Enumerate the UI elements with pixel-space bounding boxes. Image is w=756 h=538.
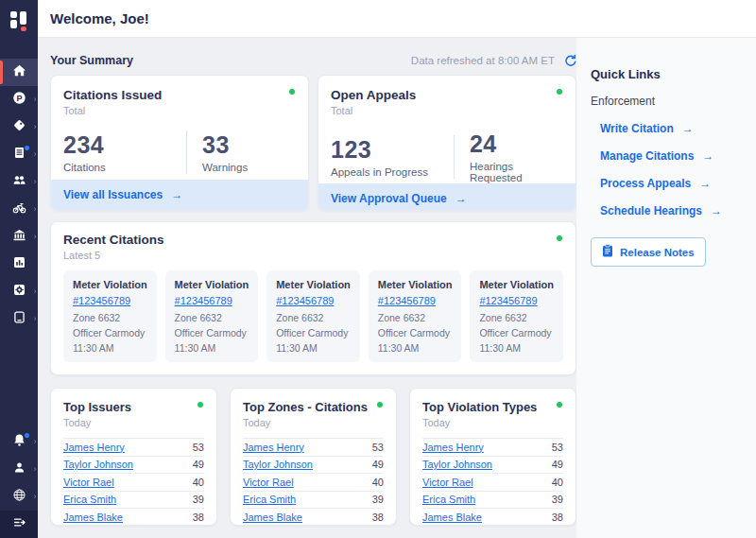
person-link[interactable]: James Blake xyxy=(63,512,123,523)
citation-number-link[interactable]: #123456789 xyxy=(378,295,436,306)
person-link[interactable]: Erica Smith xyxy=(422,494,475,505)
arrow-right-icon xyxy=(682,122,694,135)
person-link[interactable]: James Henry xyxy=(63,442,125,453)
list-item: Victor Rael40 xyxy=(63,473,204,491)
citation-number-link[interactable]: #123456789 xyxy=(276,295,334,306)
parking-icon: P xyxy=(12,91,26,109)
person-link[interactable]: Victor Rael xyxy=(63,477,114,488)
section-title: Your Summary xyxy=(50,54,133,67)
page-header: Welcome, Joe! xyxy=(38,0,756,38)
count: 40 xyxy=(552,477,563,488)
app-window: P xyxy=(0,0,756,538)
person-link[interactable]: James Blake xyxy=(243,512,302,523)
count: 39 xyxy=(193,494,204,505)
content-area: Your Summary Data refreshed at 8:00 AM E… xyxy=(38,38,756,538)
citation-number-link[interactable]: #123456789 xyxy=(175,295,232,306)
citation-officer: Officer Carmody xyxy=(73,327,147,338)
citation-item: Meter Violation #123456789 Zone 6632 Off… xyxy=(63,270,157,362)
collapse-menu-icon xyxy=(12,515,26,533)
sidebar-item-permits[interactable] xyxy=(0,113,38,141)
citation-time: 11:30 AM xyxy=(73,342,147,354)
citation-item: Meter Violation #123456789 Zone 6632 Off… xyxy=(369,270,462,362)
person-link[interactable]: James Blake xyxy=(422,512,482,523)
chevron-right-icon xyxy=(34,123,37,131)
list-item: James Blake38 xyxy=(63,508,204,526)
list-item: James Henry53 xyxy=(422,438,563,456)
arrow-right-icon xyxy=(455,192,467,205)
gear-icon xyxy=(12,283,26,301)
citation-officer: Officer Carmody xyxy=(378,327,453,338)
sidebar-item-citations[interactable] xyxy=(0,141,38,168)
citations-issued-card: Citations Issued Total 234 Citations 33 xyxy=(50,75,309,211)
app-logo[interactable] xyxy=(0,0,38,42)
link-label: Process Appeals xyxy=(600,177,691,190)
sidebar-item-notifications[interactable] xyxy=(0,428,38,456)
person-link[interactable]: Erica Smith xyxy=(243,494,296,505)
sidebar-item-account[interactable] xyxy=(0,456,38,483)
person-link[interactable]: Victor Rael xyxy=(243,477,294,488)
arrow-right-icon xyxy=(699,177,711,190)
card-title: Top Violation Types xyxy=(422,400,563,414)
sidebar-item-home[interactable] xyxy=(0,59,38,86)
top-cards-row: Top Issuers Today James Henry53 Taylor J… xyxy=(50,388,576,526)
person-link[interactable]: Taylor Johnson xyxy=(243,459,313,470)
top-issuers-card: Top Issuers Today James Henry53 Taylor J… xyxy=(50,388,217,526)
manage-citations-link[interactable]: Manage Citations xyxy=(600,149,745,163)
card-title: Recent Citations xyxy=(63,233,563,247)
court-icon xyxy=(12,228,26,246)
citation-time: 11:30 AM xyxy=(479,342,554,354)
view-approval-queue-button[interactable]: View Approval Queue xyxy=(318,183,576,211)
person-link[interactable]: James Henry xyxy=(422,442,484,453)
sidebar-item-language[interactable] xyxy=(0,483,38,511)
list-item: James Henry53 xyxy=(63,438,204,456)
citation-number-link[interactable]: #123456789 xyxy=(73,295,130,306)
person-link[interactable]: Taylor Johnson xyxy=(422,459,492,470)
person-link[interactable]: Taylor Johnson xyxy=(63,459,133,470)
globe-icon xyxy=(12,488,26,506)
release-notes-label: Release Notes xyxy=(620,247,695,258)
citation-officer: Officer Carmody xyxy=(175,327,249,338)
link-label: Schedule Hearings xyxy=(600,204,702,217)
arrow-right-icon xyxy=(711,204,722,217)
sidebar-item-people[interactable] xyxy=(0,168,38,196)
sidebar-item-mobility[interactable] xyxy=(0,196,38,223)
sidebar-item-court[interactable] xyxy=(0,223,38,251)
action-label: View Approval Queue xyxy=(331,192,447,205)
chevron-right-icon xyxy=(34,150,37,159)
list-item: Taylor Johnson49 xyxy=(63,456,204,474)
arrow-right-icon xyxy=(702,149,713,163)
process-appeals-link[interactable]: Process Appeals xyxy=(600,177,745,190)
refresh-button[interactable] xyxy=(563,54,576,67)
sidebar-item-reports[interactable] xyxy=(0,251,38,278)
sidebar-collapse-button[interactable] xyxy=(0,511,38,538)
person-link[interactable]: Victor Rael xyxy=(422,477,473,488)
release-notes-button[interactable]: Release Notes xyxy=(591,237,706,267)
stat-label: Appeals in Progress xyxy=(331,166,454,178)
citation-zone: Zone 6632 xyxy=(378,312,453,323)
citation-item: Meter Violation #123456789 Zone 6632 Off… xyxy=(165,270,259,362)
quick-links-list: Write Citation Manage Citations Process … xyxy=(591,122,745,217)
sidebar: P xyxy=(0,0,38,538)
card-title: Top Zones - Citations xyxy=(243,400,384,414)
violation-type: Meter Violation xyxy=(276,279,351,290)
sidebar-item-parking[interactable]: P xyxy=(0,86,38,113)
stat-hearings: 24 Hearings Requested xyxy=(455,130,563,183)
status-dot xyxy=(289,89,295,95)
schedule-hearings-link[interactable]: Schedule Hearings xyxy=(600,204,745,217)
write-citation-link[interactable]: Write Citation xyxy=(600,122,745,135)
citation-time: 11:30 AM xyxy=(175,342,249,354)
citation-number-link[interactable]: #123456789 xyxy=(479,295,537,306)
tag-icon xyxy=(12,118,26,136)
person-link[interactable]: James Henry xyxy=(243,442,304,453)
card-subtitle: Today xyxy=(422,417,563,428)
violation-type: Meter Violation xyxy=(479,279,554,290)
count: 38 xyxy=(552,512,563,523)
chevron-right-icon xyxy=(34,287,37,296)
sidebar-item-devices[interactable] xyxy=(0,305,38,333)
person-link[interactable]: Erica Smith xyxy=(63,494,116,505)
view-all-issuances-button[interactable]: View all Issuances xyxy=(51,180,308,210)
notification-badge xyxy=(25,146,29,150)
list-item: Victor Rael40 xyxy=(243,473,384,491)
sidebar-item-settings[interactable] xyxy=(0,278,38,305)
list-item: Taylor Johnson49 xyxy=(422,456,563,474)
